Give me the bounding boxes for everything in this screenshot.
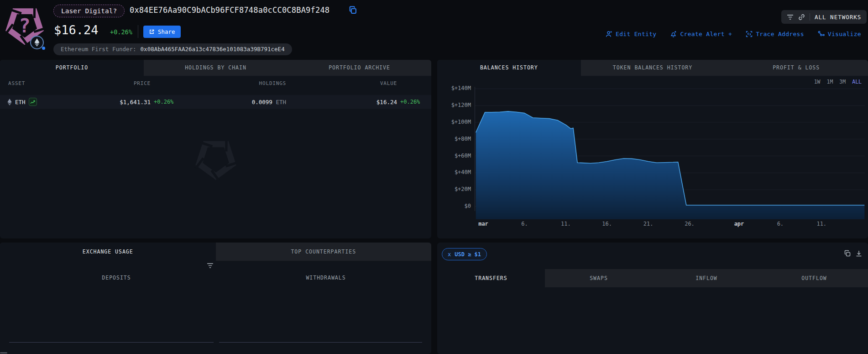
x-tick-label: 6.: [767, 221, 794, 227]
x-tick-label: apr: [725, 221, 753, 227]
tab-balances-history[interactable]: BALANCES HISTORY: [437, 60, 581, 76]
value-change: +0.26%: [397, 99, 431, 105]
create-alert-label: Create Alert +: [680, 31, 732, 37]
tab-top-counterparties[interactable]: TOP COUNTERPARTIES: [216, 243, 432, 261]
copy-icon[interactable]: [844, 250, 851, 257]
holdings-unit: ETH: [276, 99, 286, 106]
table-header: ASSET PRICE HOLDINGS VALUE: [0, 80, 431, 86]
ethereum-icon: [34, 38, 40, 47]
tab-holdings-by-chain[interactable]: HOLDINGS BY CHAIN: [144, 60, 288, 76]
x-tick-label: 11.: [552, 221, 580, 227]
range-1m[interactable]: 1M: [827, 79, 833, 85]
eth-asset-icon: [7, 99, 12, 106]
wallet-address[interactable]: 0x84EE76Aa90C9bACb96FCF8748a0cCC0C8BA9f2…: [130, 5, 329, 15]
x-tick-label: 6.: [511, 221, 538, 227]
range-all[interactable]: ALL: [852, 79, 862, 85]
link-icon[interactable]: [798, 14, 805, 21]
y-tick-label: $+40M: [439, 169, 471, 175]
x-tick-label: mar: [470, 221, 497, 227]
tab-portfolio-archive[interactable]: PORTFOLIO ARCHIVE: [288, 60, 431, 76]
edit-entity-link[interactable]: Edit Entity: [606, 31, 656, 37]
scrollbar-fragment[interactable]: [0, 352, 7, 354]
portfolio-panel: PORTFOLIO HOLDINGS BY CHAIN PORTFOLIO AR…: [0, 60, 431, 238]
asset-holdings: 0.0099 ETH: [179, 99, 286, 106]
first-funder-pill[interactable]: Ethereum First Funder: 0x08AbA465FAA26a1…: [53, 43, 292, 55]
filter-icon[interactable]: [207, 263, 214, 269]
table-row[interactable]: ETH $1,641.31 +0.26% 0.0099 ETH $16.24 +…: [0, 95, 431, 109]
divider: [810, 13, 810, 21]
y-tick-label: $0: [439, 203, 471, 209]
divider: [138, 25, 138, 38]
asset-value: $16.24: [286, 99, 397, 106]
bell-plus-icon: [670, 31, 677, 37]
range-3m[interactable]: 3M: [839, 79, 846, 85]
share-button[interactable]: Share: [143, 26, 181, 38]
user-plus-icon: [606, 31, 612, 37]
funder-address: 0x08AbA465FAA26a13c47836e101083a39B791ce…: [141, 43, 285, 55]
edit-entity-label: Edit Entity: [616, 31, 656, 37]
transfers-toolbar: [844, 250, 863, 257]
network-selector[interactable]: ALL NETWORKS: [781, 10, 867, 24]
trace-address-label: Trace Address: [756, 31, 804, 37]
y-tick-label: $+80M: [439, 136, 471, 142]
share-label: Share: [158, 28, 175, 35]
trend-chart-badge[interactable]: [29, 98, 37, 106]
trace-address-link[interactable]: Trace Address: [746, 31, 804, 37]
col-price: PRICE: [73, 80, 151, 86]
tab-exchange-usage[interactable]: EXCHANGE USAGE: [0, 243, 216, 261]
header-actions: Edit Entity Create Alert + Trace Address…: [606, 31, 861, 37]
exchange-tabs: EXCHANGE USAGE TOP COUNTERPARTIES: [0, 243, 431, 261]
asset-price: $1,641.31: [73, 99, 151, 106]
range-1w[interactable]: 1W: [814, 79, 821, 85]
tab-outflow[interactable]: OUTFLOW: [760, 269, 868, 287]
usd-filter-chip[interactable]: x USD ≥ $1: [442, 248, 487, 260]
balance-change: +0.26%: [110, 28, 132, 36]
trace-icon: [746, 31, 753, 37]
filter-icon[interactable]: [787, 14, 794, 20]
tab-token-balances-history[interactable]: TOKEN BALANCES HISTORY: [581, 60, 725, 76]
tab-transfers[interactable]: TRANSFERS: [437, 269, 545, 287]
tab-profit-loss[interactable]: PROFIT & LOSS: [724, 60, 868, 76]
share-icon: [149, 29, 155, 35]
entity-logo: ?: [4, 2, 46, 48]
col-holdings: HOLDINGS: [179, 80, 286, 86]
transfers-panel: x USD ≥ $1 TRANSFERS SWAPS INFLOW OUTFLO…: [437, 243, 868, 354]
y-tick-label: $+60M: [439, 153, 471, 159]
download-icon[interactable]: [855, 250, 863, 257]
exchange-usage-panel: EXCHANGE USAGE TOP COUNTERPARTIES DEPOSI…: [0, 243, 431, 354]
transfer-tabs: TRANSFERS SWAPS INFLOW OUTFLOW: [437, 269, 868, 287]
balances-history-panel: BALANCES HISTORY TOKEN BALANCES HISTORY …: [437, 60, 868, 238]
visualize-link[interactable]: Visualize: [818, 31, 861, 37]
funder-label: Ethereum First Funder:: [61, 43, 136, 55]
copy-address-icon[interactable]: [348, 5, 357, 15]
status-dot: [42, 47, 45, 50]
y-tick-label: $+140M: [439, 85, 471, 91]
divider: [9, 342, 214, 343]
network-selector-label: ALL NETWORKS: [815, 14, 861, 21]
tab-swaps[interactable]: SWAPS: [545, 269, 653, 287]
deposits-label: DEPOSITS: [102, 275, 131, 281]
divider: [219, 342, 422, 343]
chip-close-icon[interactable]: x: [448, 251, 451, 258]
y-tick-label: $+100M: [439, 119, 471, 125]
portfolio-tabs: PORTFOLIO HOLDINGS BY CHAIN PORTFOLIO AR…: [0, 60, 431, 76]
trend-up-icon: [30, 100, 35, 104]
visualize-label: Visualize: [828, 31, 861, 37]
tab-portfolio[interactable]: PORTFOLIO: [0, 60, 144, 76]
entity-tag[interactable]: Laser Digital?: [53, 5, 125, 17]
graph-icon: [818, 31, 825, 37]
x-tick-label: 16.: [593, 221, 621, 227]
balances-tabs: BALANCES HISTORY TOKEN BALANCES HISTORY …: [437, 60, 868, 76]
y-tick-label: $+20M: [439, 186, 471, 192]
time-range-selector: 1W 1M 3M ALL: [814, 79, 862, 85]
x-tick-label: 21.: [635, 221, 662, 227]
svg-text:?: ?: [19, 15, 30, 37]
tab-inflow[interactable]: INFLOW: [653, 269, 760, 287]
balances-area-chart[interactable]: [475, 87, 865, 219]
x-tick-label: 26.: [676, 221, 703, 227]
withdrawals-label: WITHDRAWALS: [306, 275, 345, 281]
create-alert-link[interactable]: Create Alert +: [670, 31, 732, 37]
y-tick-label: $+120M: [439, 102, 471, 108]
col-asset: ASSET: [0, 80, 73, 86]
asset-name: ETH: [15, 99, 26, 106]
